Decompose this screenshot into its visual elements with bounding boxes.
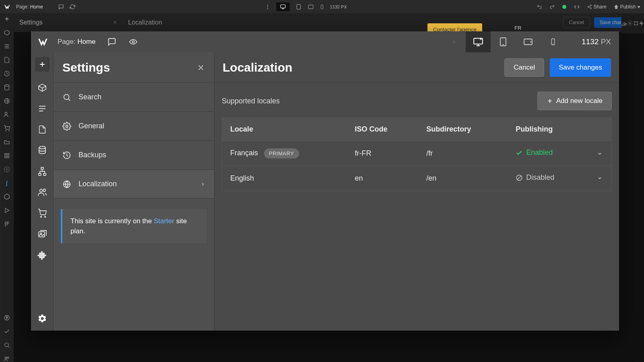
svg-rect-5: [308, 5, 313, 8]
gear-icon: [4, 166, 10, 173]
refresh-icon: [70, 4, 75, 10]
rail-apps-button[interactable]: [37, 250, 47, 260]
svg-point-7: [590, 5, 591, 6]
svg-point-14: [9, 130, 9, 131]
svg-point-36: [39, 146, 45, 149]
tablet-landscape-icon: [522, 37, 534, 47]
svg-point-19: [5, 343, 8, 347]
settings-item-label: General: [78, 122, 104, 130]
svg-rect-6: [321, 5, 323, 9]
tablet-landscape-icon: [308, 4, 314, 10]
settings-item-general[interactable]: General: [54, 112, 214, 141]
webflow-logo-icon[interactable]: [38, 36, 50, 47]
bg-left-rail: ∫ {F ?: [0, 13, 14, 362]
svg-point-0: [267, 5, 268, 5]
device-mobile-button[interactable]: [541, 31, 566, 52]
modal-page-indicator[interactable]: Page: Home: [58, 38, 96, 46]
layers-icon: [4, 43, 10, 49]
settings-panel-header: Settings: [54, 52, 214, 83]
svg-point-20: [5, 357, 6, 358]
preview-button[interactable]: [128, 38, 138, 46]
svg-point-27: [454, 42, 454, 43]
rail-assets-button[interactable]: [37, 229, 47, 239]
plus-icon: [547, 98, 553, 104]
device-tablet-button[interactable]: [491, 31, 516, 52]
add-locale-button[interactable]: Add new locale: [537, 92, 612, 110]
comment-icon: [58, 4, 64, 10]
col-publishing: Publishing: [508, 118, 588, 141]
add-locale-label: Add new locale: [556, 97, 603, 105]
rail-pages-button[interactable]: [37, 125, 47, 134]
settings-item-backups[interactable]: Backups: [54, 141, 214, 170]
svg-rect-38: [39, 173, 41, 175]
bg-lang-badge: FR: [514, 25, 521, 31]
chevron-down-icon: [596, 151, 603, 156]
gear-icon: [62, 122, 71, 131]
cancel-button[interactable]: Cancel: [504, 58, 544, 77]
folder-icon: [4, 139, 10, 145]
svg-point-13: [6, 130, 6, 131]
more-menu-button[interactable]: [450, 35, 458, 49]
mobile-icon: [320, 4, 324, 10]
svg-point-21: [7, 357, 9, 358]
device-tablet-landscape-button[interactable]: [516, 31, 541, 52]
settings-title: Settings: [62, 61, 196, 74]
svg-point-40: [39, 189, 42, 192]
svg-point-43: [44, 216, 45, 218]
cart-icon: [4, 125, 10, 132]
locale-iso: en: [347, 166, 419, 191]
rail-settings-button[interactable]: [37, 314, 47, 323]
locale-subdir: /en: [418, 166, 508, 191]
rail-cms-button[interactable]: [37, 146, 47, 155]
close-icon: [196, 63, 205, 72]
chevron-down-icon: [596, 175, 603, 181]
check-icon: [4, 328, 10, 335]
users-icon: [37, 187, 47, 197]
localization-panel: Localization Cancel Save changes Support…: [215, 52, 619, 331]
expand-row-button[interactable]: [588, 166, 612, 191]
svg-point-15: [6, 169, 8, 170]
expand-row-button[interactable]: [588, 141, 612, 166]
plan-note-pre: This site is currently on the: [70, 217, 154, 225]
svg-rect-3: [281, 4, 285, 8]
plus-icon: [38, 60, 46, 68]
team-icon: [4, 356, 10, 362]
box-icon: [37, 83, 47, 93]
locales-table: Locale ISO Code Subdirectory Publishing …: [222, 117, 612, 191]
plan-name-link[interactable]: Starter: [154, 217, 174, 225]
publishing-status: Disabled: [516, 173, 554, 182]
variable-icon: {F: [4, 221, 9, 226]
bg-page-indicator: Page: Home: [16, 4, 43, 10]
svg-text:?: ?: [6, 316, 8, 320]
locale-row[interactable]: Français PRIMARY fr-FR /fr Enabled: [222, 141, 612, 166]
locale-row[interactable]: English en /en Disabled: [222, 166, 612, 191]
settings-modal: Page: Home 1132 PX: [31, 31, 619, 331]
check-icon: [516, 149, 523, 156]
locale-subdir: /fr: [418, 141, 508, 166]
settings-item-search[interactable]: Search: [54, 83, 214, 112]
add-button[interactable]: [35, 57, 50, 72]
plus-icon: [4, 16, 10, 22]
comments-button[interactable]: [105, 35, 118, 48]
svg-point-12: [5, 112, 7, 114]
svg-marker-16: [5, 208, 9, 213]
rail-sitetree-button[interactable]: [37, 167, 47, 176]
help-icon: ?: [4, 315, 10, 321]
code-icon: [574, 4, 580, 10]
rail-components-button[interactable]: [37, 83, 47, 93]
chevron-right-icon: [200, 181, 205, 188]
globe-icon: [62, 180, 71, 189]
rail-navigator-button[interactable]: [37, 104, 47, 113]
locale-name: Français: [230, 149, 258, 157]
rail-ecommerce-button[interactable]: [37, 208, 47, 218]
rail-users-button[interactable]: [37, 187, 47, 197]
page-icon: [4, 57, 10, 63]
redo-icon: [549, 4, 555, 10]
supported-locales-label: Supported locales: [222, 97, 537, 105]
device-desktop-button[interactable]: [466, 31, 491, 52]
close-settings-button[interactable]: [196, 63, 205, 72]
svg-point-9: [590, 8, 591, 9]
save-button[interactable]: Save changes: [550, 58, 611, 77]
col-iso: ISO Code: [347, 118, 419, 141]
settings-item-localization[interactable]: Localization: [54, 170, 214, 199]
